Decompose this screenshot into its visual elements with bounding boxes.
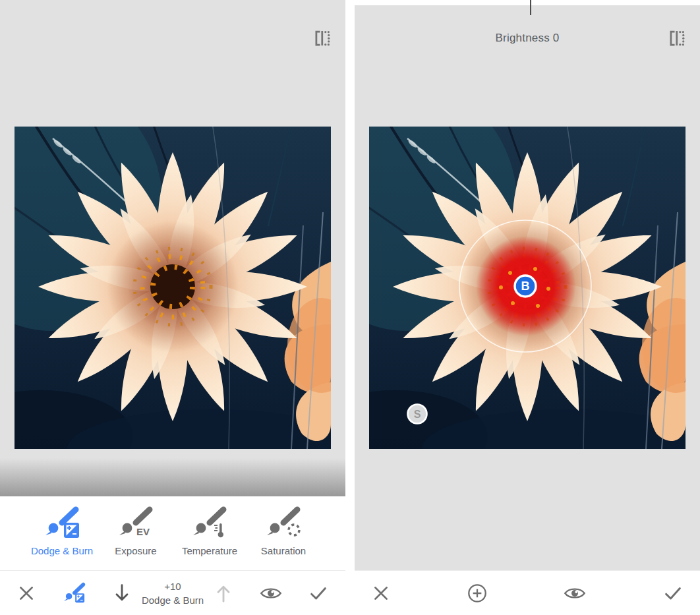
compare-icon (312, 28, 332, 48)
decrease-strength-button[interactable] (112, 583, 132, 604)
panel-shadow (0, 458, 345, 496)
show-mask-button[interactable] (564, 585, 586, 602)
bottom-toolbar-left: +10 Dodge & Burn (0, 570, 345, 615)
selective-point-brightness[interactable]: B (515, 276, 536, 297)
check-icon (308, 584, 328, 602)
editor-panel-left: Dodge & Burn EV Exposure (0, 0, 345, 615)
brush-strength-readout: +10 Dodge & Burn (138, 579, 207, 607)
tool-label: Dodge & Burn (31, 545, 93, 556)
tool-label: Saturation (261, 545, 306, 556)
exposure-brush-icon: EV (117, 506, 155, 542)
check-icon (663, 584, 683, 602)
saturation-brush-icon (264, 506, 303, 542)
canvas-background: Brightness 0 (355, 5, 700, 570)
dodge-burn-brush-icon (43, 506, 81, 542)
arrow-up-icon (214, 583, 233, 604)
flower-photo (15, 127, 331, 449)
eye-icon (564, 585, 586, 602)
strength-tool-name: Dodge & Burn (138, 593, 207, 607)
compare-button[interactable] (666, 28, 687, 49)
unselected-point-letter: S (414, 409, 421, 420)
tool-dodge-burn[interactable]: Dodge & Burn (25, 506, 99, 556)
selected-point-letter: B (521, 279, 530, 293)
arrow-down-icon (112, 583, 132, 604)
strength-value: +10 (138, 579, 207, 593)
increase-strength-button[interactable] (214, 583, 233, 604)
compare-button[interactable] (311, 28, 332, 49)
add-circle-icon (467, 583, 487, 603)
flower-photo-selective: B S (369, 127, 685, 449)
tool-saturation[interactable]: Saturation (247, 506, 320, 556)
bottom-toolbar-right (355, 570, 700, 615)
cancel-button[interactable] (372, 584, 390, 602)
apply-button[interactable] (663, 584, 683, 602)
slider-position-tick (530, 0, 531, 15)
photo-canvas[interactable]: B S (369, 127, 685, 449)
brush-tools-panel: Dodge & Burn EV Exposure (0, 496, 345, 570)
close-icon (17, 584, 36, 602)
tool-exposure[interactable]: EV Exposure (99, 506, 173, 556)
eye-icon (260, 585, 282, 602)
active-brush-button[interactable] (62, 582, 86, 604)
dodge-burn-brush-icon (62, 582, 86, 604)
tool-label: Exposure (115, 545, 156, 556)
selective-point-saturation[interactable]: S (408, 405, 427, 424)
tool-label: Temperature (182, 545, 237, 556)
adjustment-readout: Brightness 0 (355, 32, 700, 45)
cancel-button[interactable] (17, 584, 36, 602)
photo-canvas[interactable] (15, 127, 331, 449)
canvas-background (0, 0, 345, 496)
editor-panel-right: Brightness 0 (355, 0, 700, 615)
close-icon (372, 584, 390, 602)
compare-icon (666, 28, 686, 48)
ev-badge-label: EV (136, 526, 150, 537)
show-mask-button[interactable] (260, 585, 282, 602)
tool-temperature[interactable]: Temperature (173, 506, 247, 556)
apply-button[interactable] (308, 584, 328, 602)
add-point-button[interactable] (467, 583, 487, 603)
temperature-brush-icon (190, 506, 229, 542)
strength-control: +10 Dodge & Burn (112, 579, 233, 607)
